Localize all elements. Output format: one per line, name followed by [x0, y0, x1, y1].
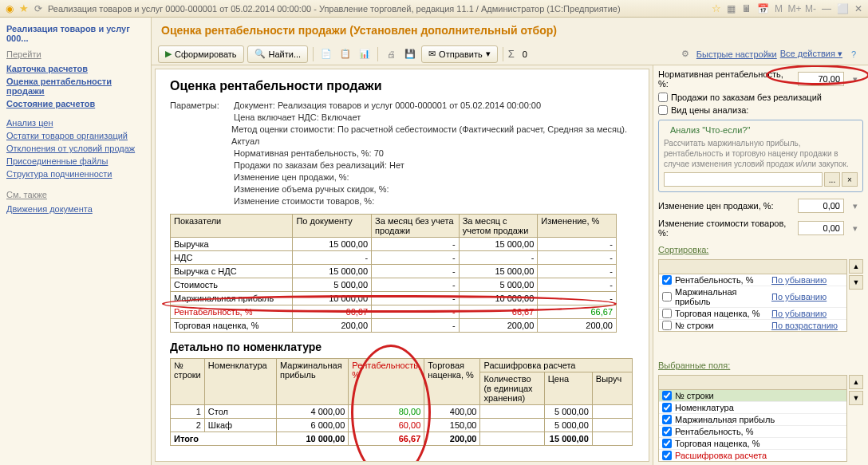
titlebar: ◉ ★ ⟳ Реализация товаров и услуг 0000-00…: [0, 0, 868, 18]
close-icon[interactable]: ✕: [852, 2, 865, 15]
sidebar: Реализация товаров и услуг 000... Перейт…: [0, 18, 152, 465]
sigma-val: 0: [523, 49, 527, 59]
sort-row[interactable]: Рентабельность, %По убыванию: [659, 274, 846, 286]
field-up[interactable]: ▲: [849, 375, 863, 389]
table-row: НДС----: [171, 251, 617, 265]
field-row[interactable]: № строки: [659, 390, 846, 402]
price-change-input[interactable]: [798, 199, 844, 213]
table-row: Маржинальная прибыль10 000,00-10 000,00-: [171, 292, 617, 305]
sort-row[interactable]: № строкиПо возрастанию: [659, 320, 846, 331]
fields-box: № строки Номенклатура Маржинальная прибы…: [658, 375, 847, 462]
find-button[interactable]: 🔍Найти...: [247, 45, 309, 63]
mminus-icon[interactable]: M-: [804, 2, 817, 15]
settings-icon[interactable]: ⚙: [677, 46, 693, 62]
tb-icon-1[interactable]: 📄: [318, 46, 334, 62]
page-title: Оценка рентабельности продажи (Установле…: [152, 18, 868, 43]
form-button[interactable]: ▶Сформировать: [158, 45, 244, 63]
report: Оценка рентабельности продажи Параметры:…: [155, 69, 649, 462]
all-actions-link[interactable]: Все действия ▾: [780, 49, 842, 59]
star-icon[interactable]: ★: [19, 2, 29, 14]
report-title: Оценка рентабельности продажи: [170, 79, 642, 93]
norm-label: Нормативная рентабельность, %:: [658, 69, 795, 89]
sidebar-item-dev[interactable]: Отклонения от условий продаж: [0, 142, 151, 155]
field-down[interactable]: ▼: [849, 391, 863, 405]
sidebar-item-struct[interactable]: Структура подчиненности: [0, 167, 151, 180]
table-row: Рентабельность, %66,67-66,6766,67: [171, 305, 617, 319]
toolbar: ▶Сформировать 🔍Найти... 📄 📋 📊 🖨 💾 ✉Отпра…: [152, 43, 868, 65]
cal-icon[interactable]: 📅: [756, 2, 769, 15]
sigma-icon[interactable]: Σ: [508, 48, 515, 60]
tb-icon-3[interactable]: 📊: [357, 46, 373, 62]
chk-orders[interactable]: [658, 93, 668, 102]
fields-header: Выбранные поля:: [658, 361, 863, 370]
sort-down[interactable]: ▼: [849, 275, 863, 290]
field-row[interactable]: Номенклатура: [659, 402, 846, 414]
field-row[interactable]: Рентабельность, %: [659, 426, 846, 438]
sort-row[interactable]: Торговая наценка, %По убыванию: [659, 308, 846, 320]
whatif-clear[interactable]: ×: [842, 172, 858, 187]
table-row: 1Стол4 000,0080,00400,005 000,00: [171, 405, 633, 419]
cost-change-input[interactable]: [798, 221, 844, 235]
whatif-input[interactable]: [664, 172, 823, 187]
sort-up[interactable]: ▲: [849, 259, 863, 274]
whatif-fieldset: Анализ "Что-если?" Рассчитать маржинальн…: [658, 120, 863, 192]
norm-input[interactable]: [798, 72, 844, 86]
tb-icon-2[interactable]: 📋: [337, 46, 353, 62]
table-row: 2Шкаф6 000,0060,00150,005 000,00: [171, 419, 633, 432]
sidebar-item-card[interactable]: Карточка расчетов: [0, 62, 151, 75]
grid-icon[interactable]: ▦: [724, 2, 737, 15]
sidebar-go: Перейти: [0, 46, 151, 62]
chk-pricetype[interactable]: [658, 105, 668, 115]
field-row[interactable]: Расшифровка расчета: [659, 450, 846, 461]
sidebar-item-profit[interactable]: Оценка рентабельности продажи: [0, 75, 151, 97]
fav-icon[interactable]: ☆: [712, 2, 721, 14]
field-row[interactable]: Маржинальная прибыль: [659, 414, 846, 426]
nav-icon[interactable]: ⟳: [32, 2, 45, 15]
save-icon[interactable]: 💾: [402, 46, 418, 62]
detail-title: Детально по номенклатуре: [170, 341, 642, 353]
sidebar-item-price[interactable]: Анализ цен: [0, 116, 151, 129]
help-icon[interactable]: ?: [846, 46, 862, 62]
table-row: Итого10 000,0066,67200,0015 000,00: [171, 432, 633, 446]
quick-settings-link[interactable]: Быстрые настройки: [696, 49, 777, 59]
table-row: Стоимость5 000,00-5 000,00-: [171, 278, 617, 292]
calc-icon[interactable]: 🖩: [740, 2, 753, 15]
sidebar-item-state[interactable]: Состояние расчетов: [0, 97, 151, 110]
whatif-text: Рассчитать маржинальную прибыль, рентабе…: [664, 138, 858, 169]
whatif-more[interactable]: ...: [824, 172, 840, 187]
table-row: Выручка с НДС15 000,00-15 000,00-: [171, 265, 617, 278]
minimize-icon[interactable]: —: [820, 2, 833, 15]
sidebar-see: См. также: [0, 187, 151, 203]
spin-icon[interactable]: ▾: [847, 198, 863, 214]
print-icon[interactable]: 🖨: [383, 46, 399, 62]
calc-small-icon[interactable]: ▾: [847, 71, 863, 87]
app-icon: ◉: [3, 2, 16, 15]
sort-row[interactable]: Маржинальная прибыльПо убыванию: [659, 286, 846, 308]
window-title: Реализация товаров и услуг 0000-000001 о…: [48, 4, 621, 14]
summary-table: ПоказателиПо документуЗа месяц без учета…: [170, 214, 617, 333]
params-label: Параметры:: [170, 100, 234, 112]
detail-table: № строки Номенклатура Маржинальная прибы…: [170, 358, 633, 446]
right-panel: Нормативная рентабельность, %: ▾ Продажи…: [653, 65, 868, 465]
spin-icon[interactable]: ▾: [847, 220, 863, 236]
table-row: Выручка15 000,00-15 000,00-: [171, 238, 617, 251]
table-row: Торговая наценка, %200,00-200,00200,00: [171, 319, 617, 333]
sort-box: Рентабельность, %По убыванию Маржинальна…: [658, 259, 847, 332]
field-row[interactable]: Торговая наценка, %: [659, 438, 846, 450]
m-icon[interactable]: M: [772, 2, 785, 15]
mplus-icon[interactable]: M+: [788, 2, 801, 15]
sidebar-item-stock[interactable]: Остатки товаров организаций: [0, 129, 151, 142]
whatif-title: Анализ "Что-если?": [667, 125, 753, 135]
send-button[interactable]: ✉Отправить▾: [421, 45, 498, 63]
maximize-icon[interactable]: ⬜: [836, 2, 849, 15]
params-block: Параметры:Документ: Реализация товаров и…: [170, 100, 642, 207]
sidebar-item-moves[interactable]: Движения документа: [0, 203, 151, 215]
sort-header: Сортировка:: [658, 245, 863, 254]
sidebar-item-files[interactable]: Присоединенные файлы: [0, 155, 151, 167]
sidebar-head: Реализация товаров и услуг 000...: [0, 21, 151, 46]
